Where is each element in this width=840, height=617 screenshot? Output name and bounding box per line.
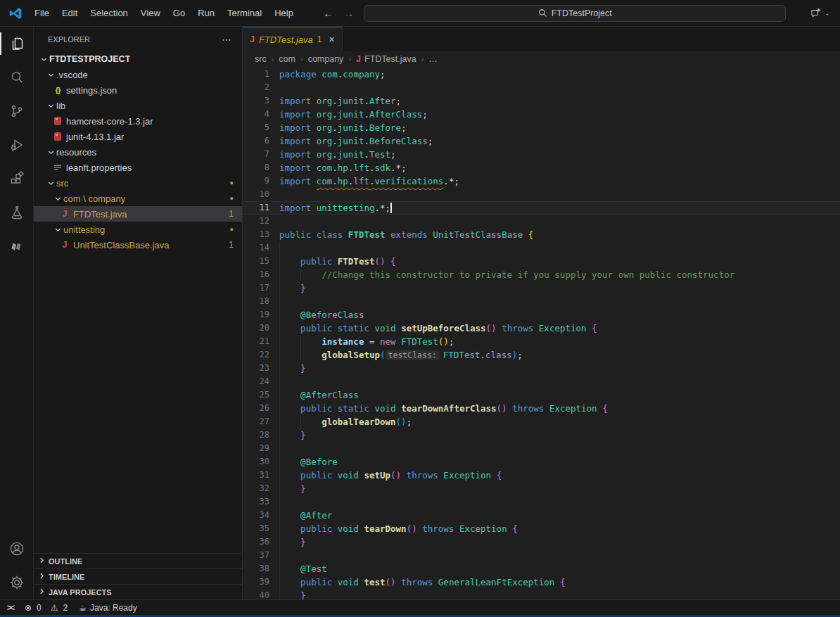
code-line-19[interactable]: 19 @BeforeClass [243,308,840,322]
code-line-21[interactable]: 21 instance = new FTDTest(); [243,335,840,348]
code-line-28[interactable]: 28 } [243,428,840,442]
code-line-text [269,215,840,228]
tree-item-settings.json[interactable]: {}settings.json [34,82,242,98]
tree-item-leanft.properties[interactable]: leanft.properties [34,160,242,175]
tree-item-unittesting[interactable]: unittesting● [34,222,242,237]
section-label: TIMELINE [49,573,84,581]
code-line-22[interactable]: 22 globalSetup(testClass:FTDTest.class); [243,348,840,362]
code-line-32[interactable]: 32 } [243,482,840,495]
menu-file[interactable]: File [28,5,56,21]
code-line-38[interactable]: 38 @Test [243,562,840,575]
menu-run[interactable]: Run [191,5,221,21]
code-line-text [269,241,840,255]
line-number: 17 [243,281,269,295]
code-line-23[interactable]: 23 } [243,362,840,375]
code-line-27[interactable]: 27 globalTearDown(); [243,415,840,428]
code-line-text [269,295,840,308]
tree-item-ftdtestproject[interactable]: FTDTESTPROJECT [34,51,242,67]
remote-indicator[interactable]: >< [7,603,15,613]
tree-item-label: unittesting [63,224,105,235]
code-editor[interactable]: 1package com.company;23import org.junit.… [243,67,840,599]
problems-status[interactable]: ⊗0 ⚠2 [25,603,69,613]
code-line-16[interactable]: 16 //Change this constructor to private … [243,268,840,281]
accounts-icon[interactable] [0,532,34,566]
code-line-25[interactable]: 25 @AfterClass [243,388,840,402]
run-and-debug-icon[interactable] [0,128,34,162]
code-line-10[interactable]: 10 [243,188,840,201]
code-line-3[interactable]: 3import org.junit.After; [243,94,840,108]
breadcrumb-company[interactable]: company [308,54,344,64]
leanft-extension-icon[interactable] [0,229,34,263]
code-line-35[interactable]: 35 public void tearDown() throws Excepti… [243,522,840,535]
tree-item-src[interactable]: src● [34,175,242,191]
explorer-icon[interactable] [0,27,34,61]
code-line-39[interactable]: 39▷ public void test() throws GeneralLea… [243,575,840,589]
nav-back-icon[interactable]: ← [323,7,333,19]
code-line-20[interactable]: 20 public static void setUpBeforeClass()… [243,322,840,335]
code-line-11[interactable]: 11import unittesting.*; [243,201,840,215]
extensions-icon[interactable] [0,162,34,196]
tree-item-junit-4.13.1.jar[interactable]: junit-4.13.1.jar [34,129,242,144]
code-line-1[interactable]: 1package com.company; [243,68,840,81]
settings-icon[interactable] [0,566,34,599]
tree-item-hamcrest-core-1.3.jar[interactable]: hamcrest-core-1.3.jar [34,113,242,129]
code-line-34[interactable]: 34 @After [243,509,840,522]
section-timeline[interactable]: TIMELINE [34,568,242,584]
tree-item-unittestclassbase.java[interactable]: JUnitTestClassBase.java1 [34,237,242,253]
code-line-2[interactable]: 2 [243,81,840,94]
tree-item-resources[interactable]: resources [34,144,242,160]
code-line-17[interactable]: 17 } [243,281,840,295]
code-line-31[interactable]: 31 public void setUp() throws Exception … [243,469,840,482]
menu-selection[interactable]: Selection [84,5,134,21]
code-line-18[interactable]: 18 [243,295,840,308]
tree-item-.vscode[interactable]: .vscode [34,67,242,82]
code-line-24[interactable]: 24 [243,375,840,388]
code-line-12[interactable]: 12 [243,215,840,228]
code-line-13[interactable]: 13▶public class FTDTest extends UnitTest… [243,228,840,241]
code-line-36[interactable]: 36 } [243,535,840,549]
nav-forward-icon[interactable]: → [343,7,354,19]
code-line-30[interactable]: 30 @Before [243,455,840,469]
code-line-33[interactable]: 33 [243,495,840,509]
section-java-projects[interactable]: JAVA PROJECTS [34,584,242,599]
breadcrumb--[interactable]: … [428,54,438,64]
tree-item-lib[interactable]: lib [34,98,242,113]
breadcrumb-com[interactable]: com [279,54,295,64]
menu-edit[interactable]: Edit [56,5,84,21]
code-line-26[interactable]: 26 public static void tearDownAfterClass… [243,402,840,415]
command-center-search[interactable]: FTDTestProject [364,5,786,22]
code-line-text [269,442,840,455]
line-number: 2 [243,81,269,94]
breadcrumb-ftdtest.java[interactable]: JFTDTest.java [356,54,416,64]
code-line-37[interactable]: 37 [243,549,840,562]
tree-item-ftdtest.java[interactable]: JFTDTest.java1 [34,206,242,222]
breadcrumb-src[interactable]: src [255,54,267,64]
code-line-15[interactable]: 15 public FTDTest() { [243,255,840,268]
java-status[interactable]: ☕ Java: Ready [79,603,136,613]
source-control-icon[interactable] [0,94,34,128]
code-line-8[interactable]: 8import com.hp.lft.sdk.*; [243,161,840,174]
menu-help[interactable]: Help [268,5,300,21]
code-line-14[interactable]: 14 [243,241,840,255]
line-number: 8 [243,161,269,174]
tab-ftdtest-java[interactable]: J FTDTest.java 1 × [243,27,343,51]
menu-go[interactable]: Go [167,5,191,21]
copilot-chat-button[interactable]: ⌄ [810,7,830,19]
code-line-6[interactable]: 6import org.junit.BeforeClass; [243,134,840,148]
search-icon[interactable] [0,61,34,94]
tree-item-com-company[interactable]: com \ company● [34,191,242,206]
menu-view[interactable]: View [134,5,167,21]
explorer-actions-icon[interactable]: ⋯ [222,34,232,45]
section-outline[interactable]: OUTLINE [34,553,242,568]
section-label: JAVA PROJECTS [49,588,112,597]
tab-close-icon[interactable]: × [329,34,334,45]
code-line-5[interactable]: 5import org.junit.Before; [243,121,840,134]
code-line-4[interactable]: 4import org.junit.AfterClass; [243,108,840,121]
code-line-7[interactable]: 7import org.junit.Test; [243,148,840,161]
tree-item-label: UnitTestClassBase.java [73,240,170,250]
code-line-40[interactable]: 40 } [243,589,840,599]
code-line-29[interactable]: 29 [243,442,840,455]
menu-terminal[interactable]: Terminal [221,5,268,21]
testing-icon[interactable] [0,196,34,229]
code-line-9[interactable]: 9import com.hp.lft.verifications.*; [243,174,840,188]
